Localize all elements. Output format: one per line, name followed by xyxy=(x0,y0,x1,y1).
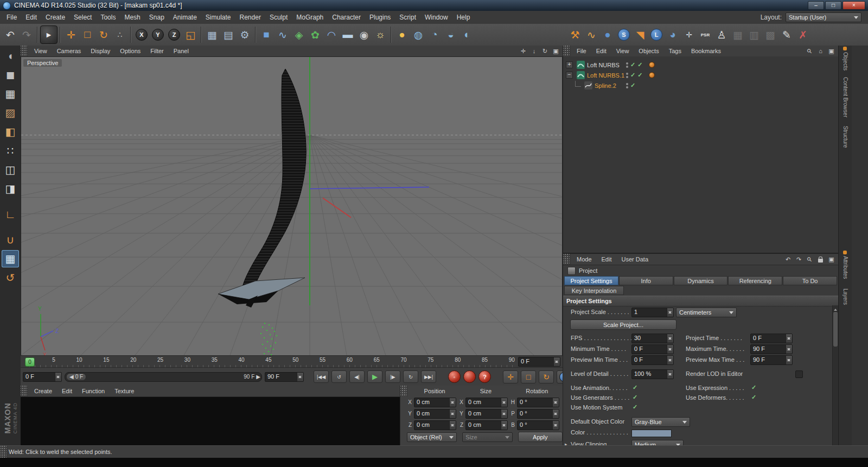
home-icon[interactable]: ⌂ xyxy=(816,47,825,55)
tag-icon[interactable] xyxy=(649,62,655,68)
search-icon[interactable]: ⚲ xyxy=(805,255,814,264)
panel-grip[interactable] xyxy=(563,46,570,56)
scroll-up-icon[interactable] xyxy=(833,305,838,311)
magnet-icon[interactable]: ∪ xyxy=(2,231,19,248)
maximum-time-field[interactable]: 90 F xyxy=(750,344,793,354)
object-row-spline-2[interactable]: Spline.2 ✓ xyxy=(563,80,838,91)
uv-polygons-icon[interactable]: ▨ xyxy=(2,104,19,121)
live-selection-icon[interactable]: ► xyxy=(40,25,58,44)
material-icon[interactable]: ● xyxy=(394,26,410,43)
lock-x-icon[interactable]: X xyxy=(133,26,150,43)
visibility-dots-icon[interactable] xyxy=(626,73,628,78)
menu-tools[interactable]: Tools xyxy=(96,11,120,24)
am-menu-mode[interactable]: Mode xyxy=(572,256,597,263)
pan-view-icon[interactable]: ✛ xyxy=(519,47,528,55)
render-lod-checkbox[interactable] xyxy=(795,370,803,378)
character-bird-icon[interactable]: ◥ xyxy=(632,26,648,43)
spinner-arrows-icon[interactable] xyxy=(449,410,456,418)
spinner-arrows-icon[interactable] xyxy=(667,308,673,317)
rot-b-field[interactable]: 0 ° xyxy=(517,420,559,430)
object-axis-icon[interactable]: ◧ xyxy=(2,123,19,140)
lock-y-icon[interactable]: Y xyxy=(150,26,166,43)
tab-key-interpolation[interactable]: Key Interpolation xyxy=(564,286,624,295)
maximize-button[interactable]: □ xyxy=(825,1,841,10)
make-editable-icon[interactable]: ◖ xyxy=(2,47,19,65)
panel-grip[interactable] xyxy=(0,446,7,458)
snap-icon[interactable]: ◍ xyxy=(410,26,426,43)
spline-pen-icon[interactable]: ∿ xyxy=(275,26,291,43)
earth-icon[interactable]: ◕ xyxy=(665,26,681,43)
panel-grip[interactable] xyxy=(400,386,407,396)
perspective-viewport[interactable]: Y Z X Perspective xyxy=(21,56,563,356)
panel-icon[interactable]: ▣ xyxy=(827,255,836,264)
vp-menu-panel[interactable]: Panel xyxy=(169,48,194,54)
minimum-time-field[interactable]: 0 F xyxy=(631,344,674,354)
om-menu-edit[interactable]: Edit xyxy=(591,48,611,54)
spinner-arrows-icon[interactable] xyxy=(501,421,507,430)
size-mode-select[interactable]: Size xyxy=(462,432,512,442)
workplane-icon[interactable]: ◒ xyxy=(443,26,459,43)
enabled-check-icon[interactable]: ✓ xyxy=(637,72,642,79)
render-region-icon[interactable]: ▤ xyxy=(220,26,237,43)
timeline-frame-field[interactable]: 0 F xyxy=(518,357,560,367)
scale-project-button[interactable]: Scale Project... xyxy=(570,319,676,330)
vp-menu-cameras[interactable]: Cameras xyxy=(52,48,86,54)
scrollbar-thumb[interactable] xyxy=(833,312,838,347)
tag-icon[interactable] xyxy=(649,72,655,78)
spinner-arrows-icon[interactable] xyxy=(667,334,673,343)
current-frame-field[interactable]: 0 F xyxy=(23,372,62,382)
object-row-loft-nurbs-1[interactable]: − Loft NURBS.1 ✓ ✓ xyxy=(563,70,838,80)
project-time-field[interactable]: 0 F xyxy=(750,334,793,343)
sculpt-brush-icon[interactable]: ✎ xyxy=(778,26,795,43)
layout-select[interactable]: Startup (User) xyxy=(786,12,861,22)
spinner-arrows-icon[interactable] xyxy=(667,345,673,354)
spinner-arrows-icon[interactable] xyxy=(786,345,792,354)
menu-plugins[interactable]: Plugins xyxy=(365,11,395,24)
key-scale-toggle[interactable]: □ xyxy=(521,370,536,383)
autokeying-button[interactable] xyxy=(463,370,476,383)
spinner-arrows-icon[interactable] xyxy=(501,398,507,407)
level-of-detail-field[interactable]: 100 % xyxy=(631,369,674,379)
enabled-check-icon[interactable]: ✓ xyxy=(630,82,635,89)
last-tool-icon[interactable]: ∴ xyxy=(112,26,128,43)
redo-icon[interactable]: ↷ xyxy=(18,26,35,43)
project-scale-unit-select[interactable]: Centimeters xyxy=(676,308,737,317)
preview-max-field[interactable]: 90 F xyxy=(750,355,793,365)
undo-icon[interactable]: ↶ xyxy=(2,26,18,43)
menu-window[interactable]: Window xyxy=(420,11,452,24)
spinner-arrows-icon[interactable] xyxy=(55,373,61,381)
spinner-arrows-icon[interactable] xyxy=(449,421,456,430)
menu-help[interactable]: Help xyxy=(452,11,475,24)
rot-h-field[interactable]: 0 ° xyxy=(517,398,559,407)
mat-menu-create[interactable]: Create xyxy=(29,388,57,394)
fps-field[interactable]: 30 xyxy=(631,334,674,343)
environment-icon[interactable]: ▬ xyxy=(340,26,356,43)
use-expression-check[interactable]: ✓ xyxy=(751,384,756,391)
preview-min-field[interactable]: 0 F xyxy=(631,355,674,365)
spinner-arrows-icon[interactable] xyxy=(786,356,792,364)
record-keyframe-button[interactable]: ◦ xyxy=(448,370,461,383)
viewport-canvas[interactable]: Y Z X xyxy=(21,57,562,355)
key-position-toggle[interactable]: ✛ xyxy=(503,370,518,383)
points-mode-icon[interactable]: ∷ xyxy=(2,142,19,159)
render-settings-icon[interactable]: ⚙ xyxy=(237,26,253,43)
rotate-icon[interactable]: ↻ xyxy=(95,26,112,43)
sketch-toon-icon[interactable]: S xyxy=(616,26,632,43)
menu-select[interactable]: Select xyxy=(69,11,96,24)
keyframe-help-button[interactable]: ? xyxy=(478,370,491,383)
project-scale-field[interactable]: 1 xyxy=(631,308,674,317)
use-animation-check[interactable]: ✓ xyxy=(633,384,637,391)
dock-tab-layers[interactable]: Layers xyxy=(839,289,852,305)
spinner-arrows-icon[interactable] xyxy=(667,370,673,379)
goto-end-button[interactable]: ▶▶| xyxy=(421,370,436,383)
om-menu-objects[interactable]: Objects xyxy=(634,48,663,54)
menu-render[interactable]: Render xyxy=(235,11,265,24)
preview-range-slider[interactable]: ◀ 0 F 90 F ▶ xyxy=(65,372,262,382)
spinner-arrows-icon[interactable] xyxy=(552,398,559,407)
panel-grip[interactable] xyxy=(563,254,570,265)
render-view-icon[interactable]: ▦ xyxy=(204,26,220,43)
menu-file[interactable]: File xyxy=(2,11,21,24)
tab-project-settings[interactable]: Project Settings xyxy=(564,276,618,285)
erase-icon[interactable]: ✗ xyxy=(795,26,811,43)
add-cube-icon[interactable]: ■ xyxy=(258,26,275,43)
